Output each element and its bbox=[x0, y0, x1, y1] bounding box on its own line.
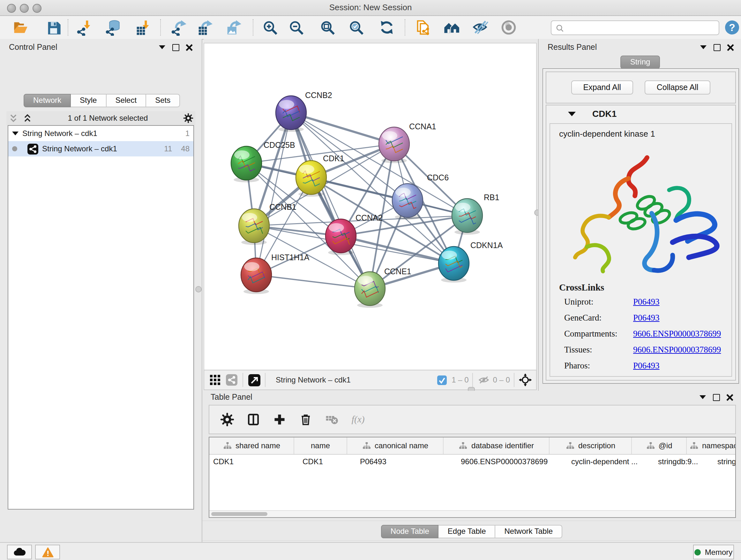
show-grid-icon[interactable] bbox=[208, 373, 222, 387]
node-HIST1H1A[interactable] bbox=[241, 258, 272, 294]
zoom-out-icon[interactable] bbox=[287, 18, 305, 37]
help-button[interactable]: ? bbox=[723, 18, 741, 37]
edge-CCNB2-CCNA1[interactable] bbox=[291, 113, 394, 144]
network-row[interactable]: String Network – cdk1 11 48 bbox=[8, 141, 193, 157]
left-splitter-handle[interactable] bbox=[195, 286, 202, 293]
gear-icon[interactable] bbox=[219, 412, 235, 427]
table-cell: stringdb:9... bbox=[654, 455, 714, 470]
node-CCNB2[interactable] bbox=[276, 96, 307, 132]
node-CCNA2[interactable] bbox=[326, 219, 356, 255]
delete-table-icon[interactable] bbox=[324, 412, 340, 427]
save-session-icon[interactable] bbox=[45, 18, 63, 37]
tab-network-table[interactable]: Network Table bbox=[495, 525, 562, 538]
column-header-database-identifier[interactable]: database identifier bbox=[444, 437, 549, 454]
export-table-icon[interactable] bbox=[195, 18, 213, 37]
search-input[interactable] bbox=[567, 23, 715, 33]
collapse-all-button[interactable]: Collapse All bbox=[645, 80, 711, 95]
table-horizontal-scrollbar[interactable] bbox=[209, 510, 735, 517]
node-CDKN1A[interactable] bbox=[439, 246, 469, 283]
node-CCNA1[interactable] bbox=[379, 127, 409, 163]
import-network-icon[interactable] bbox=[75, 18, 92, 37]
collapse-all-networks-icon[interactable] bbox=[6, 111, 20, 125]
tab-string[interactable]: String bbox=[621, 56, 660, 69]
network-label: String Network – cdk1 bbox=[42, 144, 160, 153]
panel-float-icon[interactable] bbox=[712, 393, 720, 401]
export-network-icon[interactable] bbox=[169, 18, 187, 37]
node-CDK1[interactable] bbox=[296, 161, 327, 197]
panel-menu-icon[interactable] bbox=[699, 393, 706, 401]
warning-status-button[interactable] bbox=[35, 545, 60, 559]
column-header-description[interactable]: description bbox=[549, 437, 632, 454]
search-field[interactable] bbox=[551, 20, 719, 35]
column-header-name[interactable]: name bbox=[294, 437, 347, 454]
collapse-gene-icon[interactable] bbox=[568, 111, 576, 117]
node-RB1[interactable] bbox=[452, 199, 482, 235]
panel-menu-icon[interactable] bbox=[158, 44, 166, 51]
home-string-icon[interactable] bbox=[442, 18, 460, 37]
delete-column-icon[interactable] bbox=[298, 412, 313, 427]
zoom-in-icon[interactable] bbox=[261, 18, 279, 37]
birdseye-view-icon[interactable] bbox=[247, 373, 261, 387]
edge-CCNE1-HIST1H1A[interactable] bbox=[256, 275, 370, 289]
open-session-icon[interactable] bbox=[11, 18, 29, 37]
selected-checkbox-icon[interactable] bbox=[435, 373, 449, 387]
fit-selected-crosshair-icon[interactable] bbox=[518, 373, 532, 387]
network-canvas[interactable]: CCNB2CCNA1CDC25BCDK1CDC6RB1CCNB1CCNA2CDK… bbox=[204, 43, 537, 371]
collection-count: 1 bbox=[185, 129, 190, 138]
tab-network[interactable]: Network bbox=[23, 94, 71, 107]
zoom-selected-icon[interactable] bbox=[347, 18, 365, 37]
network-selection-bar: 1 of 1 Network selected bbox=[6, 111, 195, 125]
panel-menu-icon[interactable] bbox=[699, 44, 707, 51]
import-table-icon[interactable] bbox=[133, 18, 151, 37]
table-cell: CDK1 bbox=[209, 455, 299, 470]
column-header-canonical-name[interactable]: canonical name bbox=[347, 437, 444, 454]
table-cell: cyclin-dependent ... bbox=[567, 455, 654, 470]
crosslink-link[interactable]: P06493 bbox=[633, 313, 660, 323]
cloud-status-button[interactable] bbox=[7, 545, 32, 559]
crosslink-link[interactable]: 9606.ENSP00000378699 bbox=[633, 345, 721, 355]
crosslink-link[interactable]: P06493 bbox=[633, 361, 660, 371]
tab-style[interactable]: Style bbox=[71, 94, 106, 107]
panel-float-icon[interactable] bbox=[172, 44, 179, 51]
function-builder-icon[interactable]: f(x) bbox=[350, 412, 366, 427]
export-image-icon[interactable] bbox=[224, 18, 242, 37]
refresh-icon[interactable] bbox=[378, 18, 396, 37]
zoom-fit-icon[interactable] bbox=[319, 18, 336, 37]
crosslink-link[interactable]: P06493 bbox=[633, 297, 660, 307]
node-CCNE1[interactable] bbox=[354, 272, 385, 308]
memory-button[interactable]: Memory bbox=[693, 545, 734, 559]
column-header-shared-name[interactable]: shared name bbox=[209, 437, 294, 454]
tab-edge-table[interactable]: Edge Table bbox=[439, 525, 495, 538]
application-window: Session: New Session ? Control Panel Net… bbox=[0, 0, 741, 560]
network-collection-row[interactable]: String Network – cdk1 1 bbox=[8, 126, 193, 141]
column-header-namespace[interactable]: namespace bbox=[687, 437, 736, 454]
show-eye-icon[interactable] bbox=[500, 18, 518, 37]
node-CCNB1[interactable] bbox=[239, 209, 269, 245]
network-options-gear-icon[interactable] bbox=[181, 111, 195, 125]
tab-select[interactable]: Select bbox=[106, 94, 146, 107]
panel-close-icon[interactable] bbox=[726, 393, 733, 401]
open-session-file-icon[interactable] bbox=[414, 18, 432, 37]
add-column-icon[interactable] bbox=[272, 412, 287, 427]
columns-icon[interactable] bbox=[246, 412, 261, 427]
hide-panel-eye-icon[interactable] bbox=[471, 18, 489, 37]
edge-CCNB2-CCNE1[interactable] bbox=[291, 113, 370, 289]
expand-all-button[interactable]: Expand All bbox=[571, 80, 633, 95]
node-count: 11 bbox=[164, 144, 172, 153]
table-row[interactable]: CDK1CDK1P064939606.ENSP00000378699cyclin… bbox=[209, 455, 735, 470]
node-CDC25B[interactable] bbox=[231, 146, 262, 182]
network-overview-icon[interactable] bbox=[225, 373, 239, 387]
hierarchy-icon bbox=[362, 441, 372, 450]
panel-close-icon[interactable] bbox=[726, 44, 734, 51]
crosslink-row: Compartments:9606.ENSP00000378699 bbox=[559, 329, 721, 339]
column-header-@id[interactable]: @id bbox=[632, 437, 687, 454]
crosslink-link[interactable]: 9606.ENSP00000378699 bbox=[633, 329, 721, 339]
tab-sets[interactable]: Sets bbox=[146, 94, 180, 107]
import-network-database-icon[interactable] bbox=[104, 18, 121, 37]
crosslink-label: Uniprot: bbox=[559, 297, 633, 307]
toolbar-separator bbox=[405, 19, 405, 36]
tab-node-table[interactable]: Node Table bbox=[381, 525, 439, 538]
panel-close-icon[interactable] bbox=[185, 44, 193, 51]
expand-all-networks-icon[interactable] bbox=[20, 111, 35, 125]
panel-float-icon[interactable] bbox=[713, 44, 721, 51]
